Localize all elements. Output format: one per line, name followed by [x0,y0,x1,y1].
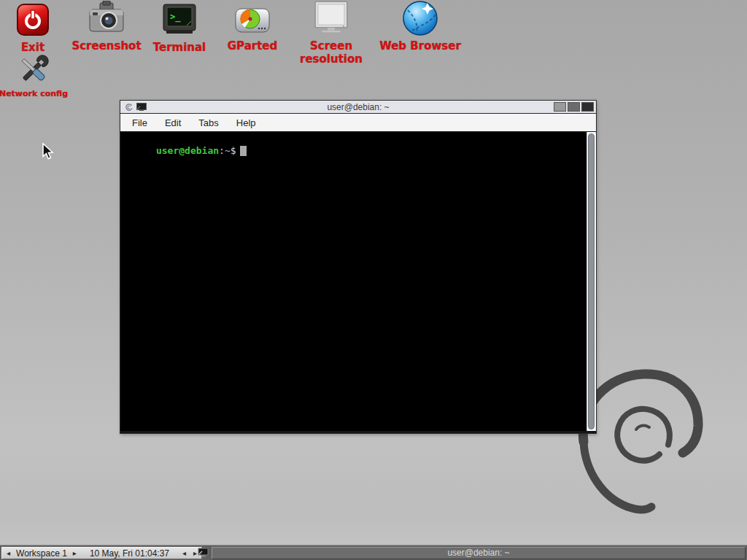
shell-prompt: user@debian:~$ [122,134,247,167]
globe-icon [402,0,438,36]
show-desktop-icon[interactable] [198,548,209,558]
workspace-label[interactable]: Workspace 1 [16,548,67,559]
text-cursor [240,146,247,156]
desktop-icon-label: Web Browser [376,39,464,52]
maximize-button[interactable] [568,102,580,112]
camera-icon [88,1,125,36]
disk-partition-icon [235,6,270,35]
desktop-icon-screen-resolution[interactable]: Screen resolution [280,0,382,66]
desktop-icon-label: Terminal [143,41,216,54]
scrollbar-thumb[interactable] [588,133,595,429]
scrollbar-track[interactable] [587,132,596,431]
desktop-icon-label: Network config [0,89,70,98]
window-title: user@debian: ~ [120,102,596,112]
menu-tabs[interactable]: Tabs [190,117,227,128]
desktop-icon-label: Screenshot [70,39,143,52]
workspace-prev-arrow[interactable]: ◂ [5,549,12,557]
terminal-window: user@debian: ~ File Edit Tabs Help user@… [120,100,597,434]
menu-bar: File Edit Tabs Help [120,114,596,132]
crt-terminal-icon: >_ [162,4,197,36]
desktop-icon-gparted[interactable]: GParted [216,4,289,52]
terminal-screen[interactable]: user@debian:~$ [120,132,596,433]
desktop-icon-label: Screen resolution [280,39,382,66]
debian-swirl-icon [125,103,133,112]
task-prev-arrow[interactable]: ◂ [181,549,187,557]
task-button-terminal[interactable]: user@debian: ~ [212,547,746,559]
tools-icon [16,52,51,88]
prompt-symbol: $ [231,145,236,156]
prompt-separator: : [219,145,225,156]
prompt-path: ~ [225,145,231,156]
clock: 10 May, Fri 01:04:37 [90,548,169,559]
svg-text:>_: >_ [170,12,181,23]
monitor-icon [312,1,350,36]
desktop-icon-network-config[interactable]: Network config [0,52,70,98]
window-titlebar[interactable]: user@debian: ~ [120,101,596,114]
window-app-icon [136,103,147,111]
taskbar: ◂ Workspace 1 ▸ 10 May, Fri 01:04:37 ◂ ▸… [0,545,747,560]
close-button[interactable] [581,102,594,112]
menu-file[interactable]: File [123,117,156,128]
desktop-icon-web-browser[interactable]: Web Browser [376,0,464,52]
desktop-icon-label: GParted [216,39,289,52]
mouse-cursor [42,143,55,160]
workspace-next-arrow[interactable]: ▸ [71,549,78,557]
power-icon [17,4,49,36]
desktop-icon-terminal[interactable]: >_ Terminal [143,1,216,54]
menu-edit[interactable]: Edit [156,117,190,128]
minimize-button[interactable] [554,102,566,112]
taskbar-left-panel: ◂ Workspace 1 ▸ 10 May, Fri 01:04:37 ◂ ▸ [1,547,202,559]
desktop-icon-screenshot[interactable]: Screenshot [70,0,143,52]
menu-help[interactable]: Help [228,117,265,128]
prompt-user-host: user@debian [156,145,219,156]
desktop-icon-exit[interactable]: Exit [0,1,69,54]
